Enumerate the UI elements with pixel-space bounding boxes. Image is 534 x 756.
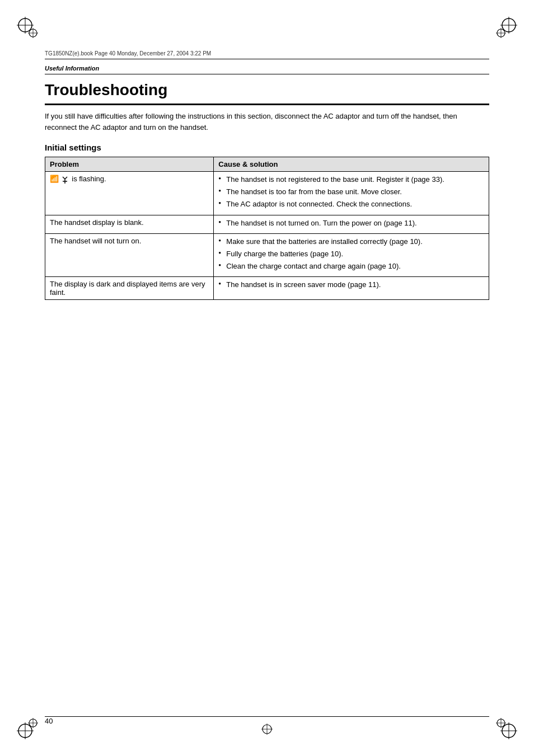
cause-item: The handset is too far from the base uni… [218, 187, 484, 197]
cause-cell-r1: The handset is not registered to the bas… [214, 172, 489, 215]
problem-text-r4: The display is dark and displayed items … [50, 280, 205, 297]
problem-cell: The handset display is blank. [45, 215, 214, 233]
antenna-icon: 📶 [50, 175, 59, 183]
cause-cell-r3: Make sure that the batteries are install… [214, 233, 489, 277]
problem-cell: The handset will not turn on. [45, 233, 214, 277]
section-title-text: Useful Information [45, 65, 99, 72]
cause-list-r3: Make sure that the batteries are install… [218, 237, 484, 272]
cause-item: Fully charge the batteries (page 10). [218, 249, 484, 259]
page-number: 40 [45, 717, 53, 725]
cause-cell-r2: The handset is not turned on. Turn the p… [214, 215, 489, 233]
cause-item: Make sure that the batteries are install… [218, 237, 484, 247]
page: TG1850NZ(e).book Page 40 Monday, Decembe… [0, 0, 534, 756]
col-header-cause: Cause & solution [214, 157, 489, 172]
corner-inner-tl [28, 28, 38, 38]
svg-line-27 [65, 177, 67, 179]
table-row: The handset display is blank. The handse… [45, 215, 489, 233]
problem-text-r1: is flashing. [61, 175, 106, 183]
section-title: Useful Information [45, 65, 489, 74]
cause-cell-r4: The handset is in screen saver mode (pag… [214, 277, 489, 300]
sub-heading: Initial settings [45, 143, 489, 152]
file-info: TG1850NZ(e).book Page 40 Monday, Decembe… [45, 50, 211, 57]
problem-cell: The display is dark and displayed items … [45, 277, 214, 300]
problem-cell: 📶 is flashing. [45, 172, 214, 215]
intro-paragraph: If you still have difficulties after fol… [45, 111, 489, 133]
cause-item: The handset is not turned on. Turn the p… [218, 218, 484, 228]
table-row: The display is dark and displayed items … [45, 277, 489, 300]
table-row: The handset will not turn on. Make sure … [45, 233, 489, 277]
meta-line: TG1850NZ(e).book Page 40 Monday, Decembe… [45, 50, 489, 59]
corner-inner-tr [496, 28, 506, 38]
cause-list-r1: The handset is not registered to the bas… [218, 175, 484, 210]
cause-list-r4: The handset is in screen saver mode (pag… [218, 280, 484, 290]
bottom-center-mark [261, 724, 273, 736]
page-heading: Troubleshooting [45, 81, 489, 105]
svg-line-26 [63, 177, 65, 179]
corner-inner-br [496, 718, 506, 728]
bottom-rule [45, 716, 489, 717]
col-header-problem: Problem [45, 157, 214, 172]
problem-text-r3: The handset will not turn on. [50, 237, 141, 245]
problem-text-r2: The handset display is blank. [50, 218, 144, 227]
cause-item: The handset is in screen saver mode (pag… [218, 280, 484, 290]
cause-list-r2: The handset is not turned on. Turn the p… [218, 218, 484, 228]
cause-item: Clean the charge contact and charge agai… [218, 261, 484, 271]
cause-item: The AC adaptor is not connected. Check t… [218, 199, 484, 209]
cause-item: The handset is not registered to the bas… [218, 175, 484, 185]
antenna-svg-icon [61, 176, 69, 184]
troubleshooting-table: Problem Cause & solution 📶 [45, 157, 489, 300]
table-row: 📶 is flashing. The handset [45, 172, 489, 215]
corner-inner-bl [28, 718, 38, 728]
